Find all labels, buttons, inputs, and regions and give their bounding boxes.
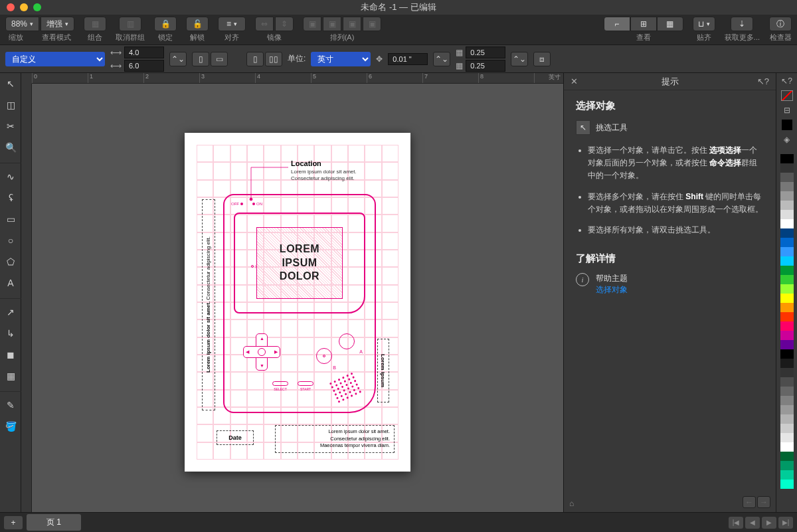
grid-y-field[interactable] [466, 60, 505, 72]
inspector-button[interactable]: ⓘ [769, 17, 792, 31]
arrange-forward-button[interactable]: ▣ [323, 17, 341, 31]
nav-last-button[interactable]: ▶| [778, 517, 793, 529]
unlock-button[interactable]: 🔓 [186, 17, 209, 31]
nav-prev-button[interactable]: ◀ [745, 517, 760, 529]
orient-landscape-button[interactable]: ▭ [211, 52, 228, 66]
zoom-dropdown[interactable]: 88% [5, 17, 39, 31]
mirror-v-button[interactable]: ⇕ [275, 17, 294, 31]
fill-tool[interactable]: 🪣 [0, 416, 21, 437]
ellipse-tool[interactable]: ○ [0, 230, 21, 251]
color-swatch[interactable] [780, 452, 794, 461]
palette-layers-icon[interactable]: ◈ [781, 134, 793, 145]
color-swatch[interactable] [780, 405, 794, 414]
view-enhance-dropdown[interactable]: 增强 [41, 17, 74, 31]
size-stepper[interactable]: ⌃⌄ [169, 52, 187, 66]
color-swatch[interactable] [780, 331, 794, 340]
color-swatch[interactable] [780, 321, 794, 331]
color-swatch[interactable] [780, 201, 794, 210]
color-swatch[interactable] [780, 182, 794, 191]
current-fill-swatch[interactable] [782, 120, 792, 130]
ungroup-button[interactable]: ▥ [119, 17, 141, 31]
width-field[interactable] [124, 46, 164, 58]
color-swatch[interactable] [780, 275, 794, 284]
transparency-tool[interactable]: ▦ [0, 365, 21, 387]
color-swatch[interactable] [780, 303, 794, 312]
color-swatch[interactable] [780, 312, 794, 321]
color-swatch[interactable] [780, 461, 794, 470]
dropshadow-tool[interactable]: ◼ [0, 344, 21, 365]
arrange-front-button[interactable]: ▣ [303, 17, 321, 31]
page-spread-button[interactable]: ▯▯ [265, 52, 282, 66]
add-page-button[interactable]: + [4, 516, 23, 529]
color-swatch[interactable] [780, 414, 794, 424]
hints-next-button[interactable]: → [757, 496, 770, 508]
page-tab-1[interactable]: 页 1 [27, 514, 81, 531]
color-swatch[interactable] [780, 442, 794, 452]
hints-home-icon[interactable]: ⌂ [569, 499, 574, 508]
color-swatch[interactable] [780, 433, 794, 442]
grid-stepper[interactable]: ⌃⌄ [511, 52, 528, 66]
group-button[interactable]: ▦ [84, 17, 106, 31]
color-swatch[interactable] [780, 340, 794, 349]
color-swatch[interactable] [780, 480, 794, 489]
color-swatch[interactable] [780, 163, 794, 173]
color-swatch[interactable] [780, 396, 794, 405]
arrange-back-button[interactable]: ▣ [363, 17, 381, 31]
orient-portrait-button[interactable]: ▯ [192, 52, 209, 66]
view-ruler-button[interactable]: ▦ [657, 17, 683, 31]
close-window[interactable] [7, 3, 15, 11]
nav-next-button[interactable]: ▶ [762, 517, 776, 529]
grid-x-field[interactable] [466, 46, 505, 58]
view-grid-button[interactable]: ⊞ [630, 17, 657, 31]
horizontal-ruler[interactable]: 012345678英寸 [32, 73, 563, 84]
hints-help-icon[interactable]: ↖? [757, 76, 769, 86]
zoom-tool[interactable]: 🔍 [0, 137, 21, 158]
color-swatch[interactable] [780, 377, 794, 387]
rectangle-tool[interactable]: ▭ [0, 209, 21, 230]
color-swatch[interactable] [780, 470, 794, 480]
nudge-field[interactable] [388, 53, 428, 65]
color-swatch[interactable] [780, 191, 794, 201]
zoom-window[interactable] [33, 3, 41, 11]
text-tool[interactable]: A [0, 272, 21, 294]
mirror-h-button[interactable]: ⇔ [255, 17, 274, 31]
hints-close-button[interactable]: ✕ [571, 76, 578, 86]
units-select[interactable]: 英寸 [311, 52, 371, 66]
crop-button[interactable]: ⧈ [533, 52, 551, 66]
color-swatch[interactable] [780, 219, 794, 228]
color-swatch[interactable] [780, 256, 794, 266]
color-swatch[interactable] [780, 368, 794, 377]
color-swatch[interactable] [780, 228, 794, 238]
align-dropdown[interactable]: ≡ [218, 17, 246, 31]
hints-prev-button[interactable]: ← [743, 496, 756, 508]
shape-tool[interactable]: ◫ [0, 94, 21, 116]
view-normal-button[interactable]: ⌐ [604, 17, 630, 31]
ruler-origin[interactable] [21, 73, 32, 84]
dimension-tool[interactable]: ↗ [0, 302, 21, 323]
eyedropper-tool[interactable]: ✎ [0, 395, 21, 416]
page-preset-select[interactable]: 自定义 [5, 52, 105, 66]
pick-tool[interactable]: ↖ [0, 73, 21, 94]
page-artwork[interactable]: Location Lorem ipsum dolor sit amet.Cons… [185, 133, 410, 472]
color-swatch[interactable] [780, 238, 794, 247]
color-swatch[interactable] [780, 424, 794, 433]
page-single-button[interactable]: ▯ [246, 52, 264, 66]
color-swatch[interactable] [780, 266, 794, 275]
connector-tool[interactable]: ↳ [0, 323, 21, 344]
lock-button[interactable]: 🔒 [154, 17, 177, 31]
palette-arrange-icon[interactable]: ⊟ [781, 105, 793, 116]
color-swatch[interactable] [780, 247, 794, 256]
artistic-tool[interactable]: ʢ [0, 187, 21, 209]
help-link[interactable]: 选择对象 [596, 285, 628, 294]
polygon-tool[interactable]: ⬠ [0, 251, 21, 272]
nudge-stepper[interactable]: ⌃⌄ [433, 52, 450, 66]
arrange-backward-button[interactable]: ▣ [343, 17, 361, 31]
color-swatch[interactable] [780, 359, 794, 368]
color-swatch[interactable] [780, 294, 794, 303]
get-more-button[interactable]: ⇣ [731, 17, 753, 31]
no-fill-swatch[interactable] [781, 90, 793, 101]
color-swatch[interactable] [780, 387, 794, 396]
palette-mode-icon[interactable]: ↖? [781, 76, 793, 86]
canvas[interactable]: 012345678英寸 Location Lorem ipsum dolor s… [21, 73, 563, 512]
vertical-ruler[interactable] [21, 84, 32, 512]
